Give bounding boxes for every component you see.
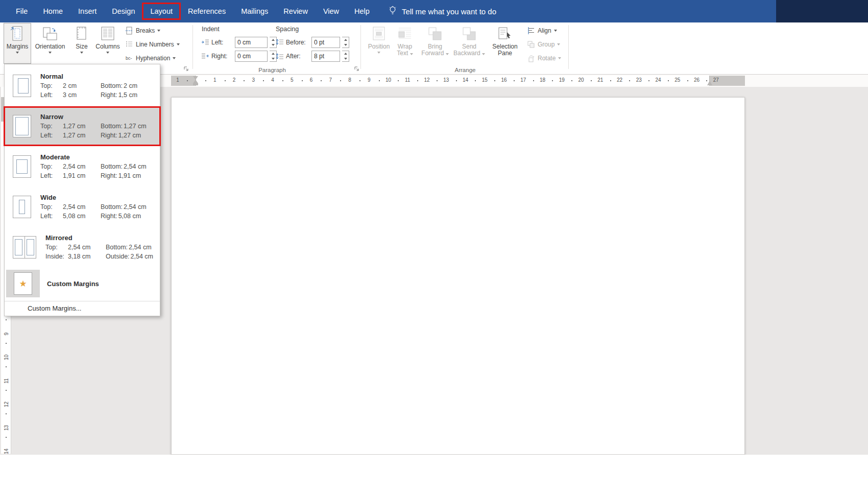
ruler-number: 14 [463, 77, 468, 83]
line-numbers-button[interactable]: Line Numbers [123, 38, 182, 51]
tab-view[interactable]: View [316, 0, 347, 22]
spacing-after-spinner[interactable] [342, 51, 349, 62]
ruler-tick [6, 366, 7, 367]
tab-review[interactable]: Review [276, 0, 316, 22]
bottom-strip [0, 455, 868, 492]
margin-label: Bottom: [101, 122, 123, 131]
spacing-before-input[interactable] [311, 37, 340, 48]
bring-forward-button[interactable]: Bring Forward [420, 24, 450, 63]
ruler-number: 21 [597, 77, 603, 83]
breaks-icon [125, 27, 133, 35]
margin-value: 1,5 cm [118, 90, 138, 100]
arrange-group-label: Arrange [437, 67, 493, 73]
tab-home[interactable]: Home [35, 0, 70, 22]
size-icon [74, 26, 90, 42]
tab-references[interactable]: References [180, 0, 233, 22]
ruler-tick [533, 80, 534, 81]
columns-button[interactable]: Columns [94, 24, 122, 63]
margins-button[interactable]: Margins [4, 24, 31, 63]
right-indent-marker[interactable] [707, 81, 712, 85]
ruler-number: 1 [176, 77, 179, 83]
line-numbers-icon [125, 40, 133, 49]
margins-option-narrow[interactable]: Narrow Top:1,27 cmBottom:1,27 cm Left:1,… [5, 108, 159, 145]
ruler-tick [244, 80, 245, 81]
bring-forward-icon [427, 26, 443, 42]
tab-layout[interactable]: Layout [142, 0, 180, 22]
send-backward-icon [461, 26, 477, 42]
tab-mailings[interactable]: Mailings [233, 0, 276, 22]
ruler-tick [706, 80, 707, 81]
indent-right-input[interactable] [235, 51, 268, 62]
ruler-tick [6, 413, 7, 414]
ruler-number: 17 [520, 77, 526, 83]
ruler-tick [379, 80, 380, 81]
paragraph-dialog-launcher[interactable] [353, 65, 360, 73]
ruler-number: 2 [233, 77, 236, 83]
wrap-text-button[interactable]: Wrap Text [392, 24, 418, 63]
ruler-tick [359, 80, 360, 81]
spacing-before-spinner[interactable] [342, 37, 349, 48]
ruler-tick [205, 80, 206, 81]
tab-file[interactable]: File [8, 0, 35, 22]
tab-help[interactable]: Help [347, 0, 377, 22]
ruler-number: 12 [424, 77, 429, 83]
breaks-button[interactable]: Breaks [123, 25, 162, 37]
margin-label: Left: [40, 171, 63, 180]
indent-left-input[interactable] [235, 37, 268, 48]
ruler-number: 10 [385, 77, 391, 83]
tab-design[interactable]: Design [104, 0, 142, 22]
document-page[interactable] [171, 97, 745, 455]
align-button[interactable]: Align [525, 25, 559, 37]
wide-margins-icon [13, 196, 31, 218]
margin-value: 2,54 cm [131, 252, 153, 261]
margins-label: Margins [7, 43, 29, 50]
margins-option-name: Normal [40, 72, 156, 81]
first-line-indent-marker[interactable] [193, 76, 198, 80]
send-backward-button[interactable]: Send Backward [452, 24, 486, 63]
wrap-text-icon [397, 26, 413, 42]
ruler-number: 9 [368, 77, 371, 83]
margin-label: Right: [101, 131, 117, 140]
margins-option-mirrored[interactable]: Mirrored Top:2,54 cmBottom:2,54 cm Insid… [5, 229, 159, 266]
margins-option-custom[interactable]: ★ Custom Margins [5, 269, 160, 298]
align-label: Align [538, 27, 551, 34]
ruler-number: 10 [4, 354, 9, 361]
rotate-button[interactable]: Rotate [525, 52, 563, 64]
selection-pane-button[interactable]: Selection Pane [488, 24, 522, 63]
hyphenation-button[interactable]: bc- Hyphenation [123, 52, 178, 64]
ruler-number: 18 [540, 77, 545, 83]
tab-insert[interactable]: Insert [70, 0, 104, 22]
moderate-margins-icon [13, 155, 31, 178]
spacing-after-icon [276, 52, 284, 60]
spacing-after-input[interactable] [311, 51, 340, 62]
margin-label: Outside: [106, 252, 130, 261]
position-button[interactable]: Position [367, 24, 391, 63]
chevron-down-icon [157, 30, 160, 32]
page-setup-dialog-launcher[interactable] [183, 65, 190, 73]
orientation-button[interactable]: Orientation [32, 24, 68, 63]
margin-value: 2,54 cm [124, 162, 146, 171]
margins-option-wide[interactable]: Wide Top:2,54 cmBottom:2,54 cm Left:5,08… [5, 189, 159, 225]
tell-me-box[interactable]: Tell me what you want to do [389, 6, 496, 17]
size-button[interactable]: Size [70, 24, 93, 63]
ruler-number: 6 [310, 77, 313, 83]
ruler-tick [6, 319, 7, 320]
left-indent-marker[interactable] [193, 83, 198, 85]
margin-value: 1,91 cm [118, 171, 141, 180]
margin-value: 1,27 cm [63, 131, 101, 140]
custom-margins-link[interactable]: Custom Margins... [5, 301, 160, 315]
ruler-number: 15 [482, 77, 488, 83]
margins-option-normal[interactable]: Normal Top:2 cmBottom:2 cm Left:3 cmRigh… [5, 67, 159, 104]
margin-value: 2,54 cm [63, 162, 101, 171]
indent-right-label: Right: [211, 53, 233, 60]
margin-value: 3,18 cm [68, 252, 106, 261]
titlebar: File Home Insert Design Layout Reference… [0, 0, 868, 22]
chevron-down-icon [49, 52, 52, 54]
rotate-icon [527, 54, 535, 62]
group-button[interactable]: Group [525, 38, 562, 51]
selection-pane-icon [497, 26, 513, 42]
hanging-indent-marker[interactable] [193, 80, 198, 83]
margins-option-moderate[interactable]: Moderate Top:2,54 cmBottom:2,54 cm Left:… [5, 148, 159, 185]
ruler-number: 9 [4, 331, 9, 338]
ruler-tick [340, 80, 341, 81]
